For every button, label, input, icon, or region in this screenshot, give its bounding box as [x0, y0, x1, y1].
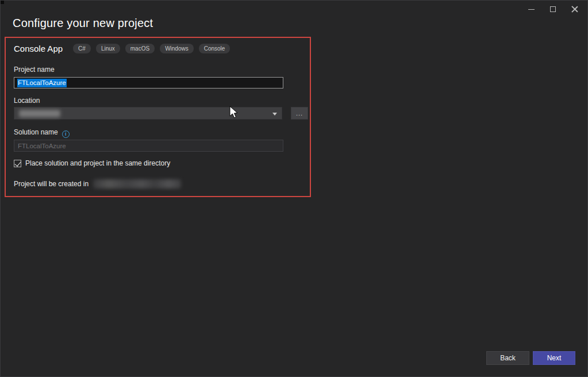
form-panel-red-annotation: Console App C# Linux macOS Windows Conso…	[5, 37, 311, 197]
close-icon	[571, 6, 578, 13]
same-directory-label: Place solution and project in the same d…	[25, 159, 170, 167]
minimize-icon	[528, 9, 535, 10]
location-value-redacted	[19, 110, 60, 117]
created-in-row: Project will be created in	[14, 179, 181, 188]
info-icon[interactable]: i	[62, 130, 70, 138]
created-in-label: Project will be created in	[14, 180, 89, 188]
window-edge-notch	[1, 1, 4, 4]
next-button[interactable]: Next	[533, 351, 575, 365]
solution-name-input: FTLocalToAzure	[14, 140, 283, 152]
browse-location-button[interactable]: ...	[291, 107, 308, 120]
tag-type-console: Console	[199, 44, 230, 53]
window-controls	[522, 3, 584, 16]
back-button[interactable]: Back	[486, 351, 529, 365]
tag-platform-macos: macOS	[125, 44, 155, 53]
tag-language: C#	[73, 44, 91, 53]
solution-name-label-text: Solution name	[14, 128, 58, 136]
tag-platform-linux: Linux	[96, 44, 120, 53]
same-directory-row: Place solution and project in the same d…	[14, 159, 170, 167]
maximize-icon	[550, 6, 556, 12]
created-in-path-redacted	[93, 179, 181, 188]
location-combobox[interactable]	[14, 107, 282, 120]
same-directory-checkbox[interactable]	[14, 160, 21, 167]
configure-project-dialog: { "window": { "title": "Configure your n…	[0, 0, 588, 377]
template-header: Console App C# Linux macOS Windows Conso…	[14, 44, 230, 53]
solution-name-label: Solution namei	[14, 128, 70, 138]
solution-name-value: FTLocalToAzure	[18, 143, 66, 149]
chevron-down-icon	[272, 113, 277, 116]
project-name-input[interactable]: FTLocalToAzure	[14, 77, 283, 89]
page-title: Configure your new project	[13, 17, 153, 30]
project-name-selected-text: FTLocalToAzure	[17, 79, 67, 87]
template-tag-list: C# Linux macOS Windows Console	[73, 44, 230, 53]
template-name: Console App	[14, 44, 63, 53]
tag-platform-windows: Windows	[160, 44, 194, 53]
project-name-label: Project name	[14, 66, 55, 74]
maximize-button[interactable]	[544, 3, 562, 16]
close-button[interactable]	[566, 3, 584, 16]
location-label: Location	[14, 97, 40, 105]
minimize-button[interactable]	[522, 3, 540, 16]
